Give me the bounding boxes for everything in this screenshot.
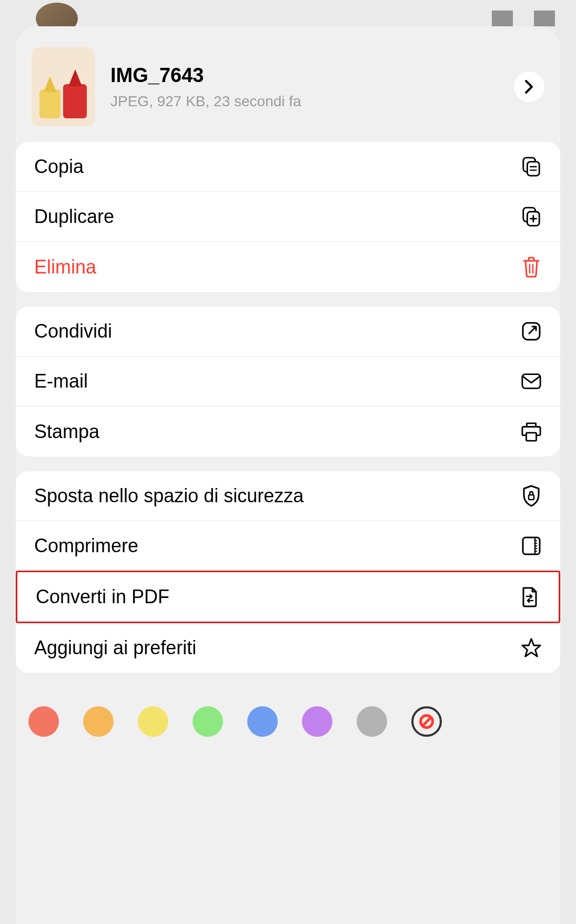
select-icon bbox=[534, 11, 555, 26]
color-tag-orange[interactable] bbox=[83, 706, 114, 737]
file-detail-button[interactable] bbox=[514, 72, 544, 102]
svg-rect-14 bbox=[523, 537, 540, 554]
print-item[interactable]: Stampa bbox=[16, 407, 560, 456]
section-actions: Sposta nello spazio di sicurezza Comprim… bbox=[16, 471, 560, 673]
print-icon bbox=[521, 421, 542, 442]
toolbar-icons bbox=[492, 11, 555, 26]
move-secure-item[interactable]: Sposta nello spazio di sicurezza bbox=[16, 471, 560, 521]
archive-icon bbox=[521, 535, 542, 556]
color-tag-yellow[interactable] bbox=[138, 706, 168, 737]
color-tag-red[interactable] bbox=[28, 706, 59, 737]
svg-rect-13 bbox=[529, 495, 534, 500]
print-label: Stampa bbox=[34, 421, 99, 443]
share-label: Condividi bbox=[34, 320, 112, 342]
action-sheet: IMG_7643 JPEG, 927 KB, 23 secondi fa Cop… bbox=[16, 26, 560, 924]
duplicate-label: Duplicare bbox=[34, 206, 114, 228]
copy-icon bbox=[521, 156, 542, 177]
color-tag-none[interactable] bbox=[411, 706, 442, 737]
no-color-icon bbox=[419, 714, 434, 729]
favorite-label: Aggiungi ai preferiti bbox=[34, 637, 196, 659]
svg-rect-1 bbox=[527, 161, 539, 176]
file-header: IMG_7643 JPEG, 927 KB, 23 secondi fa bbox=[16, 26, 560, 142]
color-tag-purple[interactable] bbox=[302, 706, 332, 737]
email-icon bbox=[521, 371, 542, 392]
file-thumbnail bbox=[32, 47, 95, 126]
file-name: IMG_7643 bbox=[110, 64, 498, 87]
color-tag-green[interactable] bbox=[193, 706, 223, 737]
share-item[interactable]: Condividi bbox=[16, 307, 560, 357]
compress-item[interactable]: Comprimere bbox=[16, 521, 560, 571]
chevron-right-icon bbox=[524, 79, 534, 94]
color-tags bbox=[16, 687, 560, 756]
delete-item[interactable]: Elimina bbox=[16, 242, 560, 292]
share-icon bbox=[521, 321, 542, 342]
grid-icon bbox=[492, 11, 513, 26]
svg-rect-12 bbox=[526, 432, 536, 440]
duplicate-item[interactable]: Duplicare bbox=[16, 192, 560, 242]
color-tag-blue[interactable] bbox=[247, 706, 278, 737]
email-label: E-mail bbox=[34, 370, 88, 392]
file-meta: JPEG, 927 KB, 23 secondi fa bbox=[110, 93, 498, 110]
trash-icon bbox=[521, 257, 542, 278]
svg-rect-11 bbox=[522, 374, 540, 389]
duplicate-icon bbox=[521, 206, 542, 227]
convert-pdf-label: Converti in PDF bbox=[36, 586, 169, 608]
file-info: IMG_7643 JPEG, 927 KB, 23 secondi fa bbox=[110, 64, 498, 110]
copy-label: Copia bbox=[34, 156, 84, 178]
delete-label: Elimina bbox=[34, 256, 96, 278]
shield-lock-icon bbox=[521, 485, 542, 506]
favorite-item[interactable]: Aggiungi ai preferiti bbox=[16, 623, 560, 673]
section-primary: Copia Duplicare bbox=[16, 142, 560, 292]
star-icon bbox=[521, 637, 542, 658]
section-share: Condividi E-mail Stampa bbox=[16, 307, 560, 456]
convert-pdf-item[interactable]: Converti in PDF bbox=[16, 571, 560, 623]
email-item[interactable]: E-mail bbox=[16, 357, 560, 407]
compress-label: Comprimere bbox=[34, 535, 138, 557]
color-tag-gray[interactable] bbox=[357, 706, 387, 737]
move-secure-label: Sposta nello spazio di sicurezza bbox=[34, 485, 304, 507]
copy-item[interactable]: Copia bbox=[16, 142, 560, 192]
convert-file-icon bbox=[519, 586, 540, 607]
